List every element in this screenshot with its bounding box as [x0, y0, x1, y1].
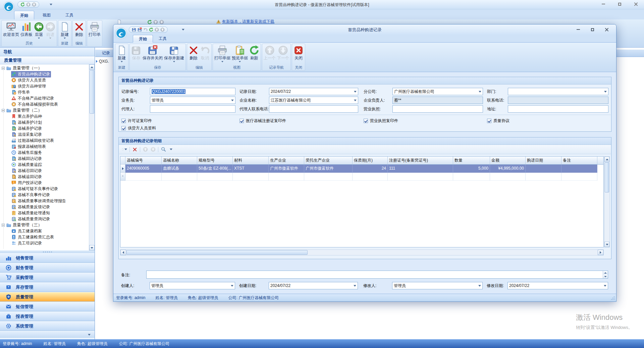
tree-item-box[interactable]: 员工健康档案 [11, 228, 43, 234]
tree-item[interactable]: 过期器械回收登记表 [0, 137, 89, 143]
tree-item[interactable]: 器械质量事故调查处理报告 [0, 198, 89, 204]
audit-field[interactable]: 2024/07/22 [269, 282, 358, 289]
tree-item[interactable]: 器械召回记录 [0, 168, 89, 174]
app-logo-icon[interactable] [3, 1, 14, 13]
audit-field[interactable]: 管理员 [150, 282, 235, 289]
form-field[interactable]: 江苏医疗器械有限公司 [269, 97, 358, 104]
tab-2[interactable]: 工具 [153, 35, 172, 43]
tree-item[interactable]: 器械不良事件记录 [0, 192, 89, 198]
sidebar-splitter[interactable] [0, 250, 95, 253]
grid-empty-cell[interactable] [125, 173, 162, 181]
grid-scroll-right-button[interactable] [598, 250, 603, 255]
grid-column-header[interactable]: 购进日期 [526, 157, 561, 165]
tree-item[interactable]: 员工健康档案 [0, 228, 89, 234]
checkbox-item[interactable]: 医疗器械注册证复印件 [239, 118, 286, 124]
grid-empty-cell[interactable] [162, 173, 197, 181]
grid-column-header[interactable]: 金额 [490, 157, 526, 165]
ribbon-button-page[interactable]: 新建 [59, 21, 70, 41]
tree-item-box[interactable]: 器械不良事件记录 [11, 192, 51, 198]
tree-item[interactable]: 器械可疑不良事件记录 [0, 186, 89, 192]
up-quick-icon[interactable] [155, 27, 159, 32]
grid-cell[interactable] [526, 165, 561, 173]
module-button-coin[interactable]: 财务管理 [0, 263, 95, 273]
save-quick-icon[interactable] [132, 27, 136, 32]
grid-cell[interactable]: 2409060005 [125, 165, 162, 173]
tree-scroll-down-button[interactable] [89, 245, 95, 250]
grid-column-header[interactable]: 器械编号 [125, 157, 162, 165]
update-notification[interactable]: 有新版本，请重新安装或下载 [216, 19, 274, 24]
grid-empty-cell[interactable] [561, 173, 597, 181]
form-field[interactable]: 广州医疗器械有限公司 [392, 88, 483, 95]
combo-dropdown-icon[interactable] [477, 283, 482, 289]
tree-item-box[interactable]: 器械质量查询记录 [11, 216, 51, 222]
grid-horizontal-scrollbar[interactable] [120, 249, 604, 255]
tree-expander-icon[interactable] [2, 67, 5, 70]
tree-item-box[interactable]: 器械回访记录 [11, 156, 43, 162]
background-record-row[interactable]: QXG. [96, 59, 109, 64]
grid-cell[interactable]: 111 [388, 165, 453, 173]
tree-item[interactable]: 器械质量处理通知 [0, 210, 89, 216]
module-button-mail[interactable]: 短信管理 [0, 302, 95, 311]
checkbox-item[interactable]: 许可证复印件 [121, 118, 152, 124]
tree-item-box[interactable]: 过期器械回收登记表 [11, 137, 55, 144]
grid-empty-cell[interactable] [269, 173, 304, 181]
grid-cell[interactable] [561, 165, 597, 173]
ribbon-button-printer[interactable]: 打印单 [88, 21, 101, 41]
checkbox-item[interactable]: 供货方人员资料 [121, 125, 156, 131]
grid-cell[interactable]: 50条/盒 EZ-808(... [197, 165, 233, 173]
main-minimize-button[interactable] [599, 1, 608, 7]
audit-field[interactable]: 2024/07/22 [507, 282, 608, 289]
tree-item-box[interactable]: 重点养护品种 [11, 113, 43, 120]
checkbox-item[interactable]: 质量协议 [487, 118, 509, 124]
module-collapse-strip[interactable] [0, 331, 95, 338]
grid-data-row[interactable]: 2409060005血糖试条50条/盒 EZ-808(...XTST广州市傲蓝软… [120, 165, 604, 173]
combo-dropdown-icon[interactable] [603, 89, 608, 95]
grid-cell[interactable]: 24 [353, 165, 388, 173]
form-field[interactable]: 2024/07/22 [269, 88, 358, 95]
tree-item-box[interactable]: 器械质量追踪 [11, 162, 43, 168]
module-button-gear[interactable]: 系统管理 [0, 321, 95, 331]
grid-vertical-scrollbar[interactable] [604, 156, 610, 247]
detail-toolbar-overflow-button[interactable] [168, 147, 174, 152]
tree-item[interactable]: 供货方人员资质 [0, 77, 89, 83]
grid-scroll-down-button[interactable] [604, 242, 609, 247]
grid-empty-cell[interactable] [453, 173, 490, 181]
tree-item[interactable]: 器械质量反馈记录 [0, 204, 89, 210]
quick-access-caret-icon[interactable] [50, 4, 52, 5]
tree-item-box[interactable]: 器械养护计划 [11, 119, 43, 126]
tree-scroll-up-button[interactable] [89, 64, 95, 70]
grid-scroll-left-button[interactable] [120, 250, 126, 255]
checkbox-icon[interactable] [121, 126, 126, 130]
grid-cell[interactable]: 血糖试条 [162, 165, 197, 173]
tree-item[interactable]: 员工健康检查汇总表 [0, 234, 89, 240]
tree-expander-icon[interactable] [2, 109, 5, 112]
form-field[interactable]: 管理员 [150, 97, 235, 104]
remark-spinner[interactable] [603, 271, 608, 278]
tab-3[interactable]: 工具 [60, 11, 79, 19]
detail-toolbar-delete-button[interactable] [132, 147, 138, 152]
grid-empty-cell[interactable] [526, 173, 561, 181]
remark-input[interactable] [146, 271, 608, 279]
grid-empty-cell[interactable] [353, 173, 388, 181]
tree-item-box[interactable]: 温湿采集记录 [11, 131, 43, 138]
form-field[interactable]: QXGJ2407220001 [150, 88, 235, 95]
tree-item[interactable]: 器械追回记录 [0, 174, 89, 180]
tree-item-box[interactable]: 供货方人员资质 [11, 77, 47, 83]
ribbon-button-page[interactable]: 新建 [116, 45, 127, 65]
ribbon-button-preview[interactable]: 预览单据 [231, 45, 249, 65]
tree-item[interactable]: 器械质量追踪 [0, 162, 89, 168]
tree-group[interactable]: 质量管理（一） [0, 65, 89, 71]
combo-dropdown-icon[interactable] [353, 89, 358, 95]
dialog-close-button[interactable] [602, 26, 611, 33]
detail-toolbar-search-button[interactable] [161, 147, 166, 152]
dialog-minimize-button[interactable] [574, 26, 583, 33]
grid-cell[interactable]: 5,000 [453, 165, 490, 173]
grid-column-header[interactable]: 保质期(月) [353, 157, 388, 165]
tab-1[interactable]: 开始 [14, 11, 34, 19]
grid-column-header[interactable]: 器械名称 [162, 157, 197, 165]
spin-up-icon[interactable] [603, 271, 608, 275]
grid-column-header[interactable]: 数量 [453, 157, 490, 165]
tree-item[interactable]: 温湿采集记录 [0, 131, 89, 137]
ribbon-button-monitor[interactable]: 欢迎首页 [2, 21, 20, 41]
checkbox-item[interactable]: 营业执照复印件 [364, 118, 398, 124]
